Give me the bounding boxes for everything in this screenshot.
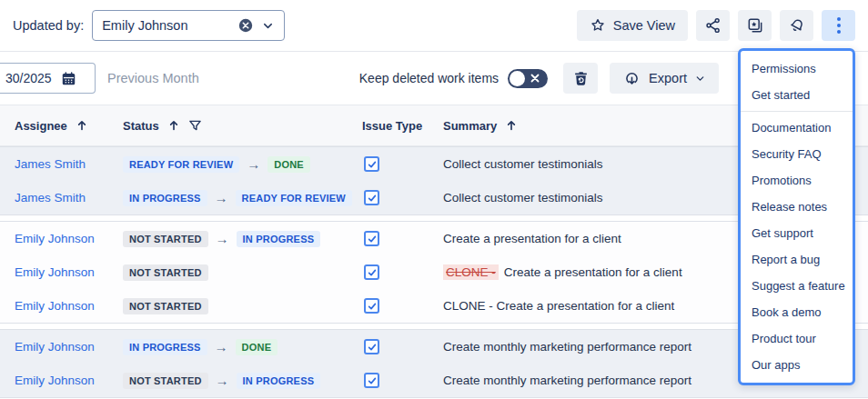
- notifications-button[interactable]: [780, 10, 813, 41]
- status-cell: IN PROGRESS→READY FOR REVIEW: [123, 190, 362, 206]
- summary-text: Collect customer testimonials: [443, 191, 603, 204]
- status-badge: DONE: [236, 339, 278, 355]
- keep-deleted-label: Keep deleted work items: [359, 71, 499, 85]
- menu-item-get-support[interactable]: Get support: [741, 220, 853, 246]
- bell-icon: [788, 16, 806, 35]
- share-icon: [704, 16, 722, 35]
- status-cell: READY FOR REVIEW→DONE: [123, 156, 362, 173]
- menu-item-security-faq[interactable]: Security FAQ: [741, 141, 853, 167]
- previous-month-label: Previous Month: [107, 71, 199, 85]
- assignee-link[interactable]: Emily Johnson: [15, 299, 95, 313]
- gallery-star-icon: [746, 16, 764, 35]
- toggle-x-icon: [530, 74, 540, 83]
- trash-button[interactable]: [563, 63, 598, 94]
- column-header-assignee[interactable]: Assignee: [15, 119, 123, 133]
- menu-item-suggest-a-feature[interactable]: Suggest a feature: [741, 273, 853, 299]
- filter-funnel-icon[interactable]: [188, 119, 202, 133]
- sort-asc-icon[interactable]: [76, 119, 88, 132]
- saved-views-button[interactable]: [738, 10, 772, 41]
- status-badge: NOT STARTED: [123, 231, 208, 247]
- clear-filter-icon[interactable]: [237, 17, 254, 34]
- issue-type-header-label: Issue Type: [362, 119, 422, 133]
- export-label: Export: [649, 71, 687, 85]
- status-cell: NOT STARTED→IN PROGRESS: [123, 373, 362, 389]
- menu-item-promotions[interactable]: Promotions: [741, 167, 853, 194]
- task-checkbox-icon[interactable]: [364, 264, 379, 280]
- column-header-issue-type[interactable]: Issue Type: [362, 119, 443, 133]
- status-badge: NOT STARTED: [123, 298, 208, 314]
- deleted-text: CLONE -: [443, 264, 499, 280]
- column-header-status[interactable]: Status: [123, 119, 362, 133]
- assignee-link[interactable]: Emily Johnson: [15, 265, 95, 279]
- assignee-link[interactable]: Emily Johnson: [15, 340, 95, 354]
- save-view-button[interactable]: Save View: [577, 10, 688, 41]
- share-button[interactable]: [696, 10, 730, 41]
- calendar-icon[interactable]: [60, 70, 77, 87]
- status-transition-arrow-icon: →: [215, 190, 228, 205]
- menu-item-permissions[interactable]: Permissions: [741, 55, 853, 82]
- status-transition-arrow-icon: →: [247, 156, 260, 172]
- status-cell: NOT STARTED→IN PROGRESS: [123, 231, 362, 247]
- export-chevron-down-icon: [694, 73, 706, 85]
- trash-restore-icon: [572, 70, 590, 87]
- date-value: 30/2025: [5, 71, 52, 85]
- updated-by-value: Emily Johnson: [102, 18, 230, 33]
- date-input[interactable]: 30/2025: [0, 63, 96, 94]
- menu-item-get-started[interactable]: Get started: [741, 82, 853, 108]
- assignee-link[interactable]: Emily Johnson: [15, 232, 95, 245]
- sort-asc-icon[interactable]: [505, 119, 518, 132]
- more-options-button[interactable]: [822, 10, 855, 41]
- summary-text: Create monthly marketing performance rep…: [443, 374, 691, 387]
- status-transition-arrow-icon: →: [216, 373, 229, 388]
- summary-text: Create a presentation for a client: [443, 232, 621, 245]
- status-badge: READY FOR REVIEW: [236, 190, 352, 206]
- more-options-menu: PermissionsGet startedDocumentationSecur…: [738, 48, 855, 385]
- assignee-link[interactable]: James Smith: [15, 191, 86, 204]
- assignee-link[interactable]: Emily Johnson: [15, 374, 95, 387]
- summary-text: CLONE - Create a presentation for a clie…: [443, 299, 674, 313]
- task-checkbox-icon[interactable]: [364, 373, 379, 388]
- task-checkbox-icon[interactable]: [364, 298, 379, 314]
- export-button[interactable]: Export: [610, 63, 719, 94]
- status-badge: IN PROGRESS: [123, 190, 207, 206]
- summary-text: Collect customer testimonials: [443, 157, 603, 171]
- menu-item-documentation[interactable]: Documentation: [741, 115, 853, 141]
- top-toolbar: Updated by: Emily Johnson Save View: [0, 0, 868, 52]
- sort-asc-icon[interactable]: [167, 119, 180, 132]
- menu-divider: [741, 111, 853, 112]
- summary-text: Create monthly marketing performance rep…: [443, 340, 691, 354]
- menu-item-our-apps[interactable]: Our apps: [741, 352, 853, 378]
- status-cell: NOT STARTED: [123, 264, 362, 281]
- status-transition-arrow-icon: →: [216, 231, 229, 246]
- assignee-link[interactable]: James Smith: [15, 157, 86, 171]
- task-checkbox-icon[interactable]: [364, 231, 379, 246]
- download-cloud-icon: [622, 69, 641, 88]
- task-checkbox-icon[interactable]: [364, 156, 379, 172]
- star-icon: [590, 17, 606, 34]
- status-badge: NOT STARTED: [123, 373, 208, 389]
- status-badge: IN PROGRESS: [237, 231, 321, 247]
- summary-text: Create a presentation for a client: [504, 265, 682, 279]
- keep-deleted-toggle[interactable]: [508, 69, 548, 88]
- menu-item-release-notes[interactable]: Release notes: [741, 194, 853, 220]
- menu-item-book-a-demo[interactable]: Book a demo: [741, 299, 853, 325]
- updated-by-label: Updated by:: [13, 18, 84, 33]
- menu-item-report-a-bug[interactable]: Report a bug: [741, 246, 853, 273]
- assignee-header-label: Assignee: [15, 119, 67, 133]
- save-view-label: Save View: [613, 18, 675, 33]
- status-badge: READY FOR REVIEW: [123, 156, 239, 173]
- status-transition-arrow-icon: →: [215, 339, 228, 354]
- kebab-menu-icon: [837, 17, 841, 34]
- updated-by-select[interactable]: Emily Johnson: [92, 10, 285, 41]
- chevron-down-icon[interactable]: [261, 19, 275, 33]
- status-badge: IN PROGRESS: [123, 339, 207, 355]
- summary-header-label: Summary: [443, 119, 497, 133]
- task-checkbox-icon[interactable]: [364, 339, 379, 354]
- status-cell: IN PROGRESS→DONE: [123, 339, 362, 355]
- task-checkbox-icon[interactable]: [364, 190, 379, 205]
- status-badge: IN PROGRESS: [237, 373, 321, 389]
- menu-item-product-tour[interactable]: Product tour: [741, 325, 853, 352]
- status-header-label: Status: [123, 119, 159, 133]
- status-cell: NOT STARTED: [123, 298, 362, 314]
- status-badge: DONE: [267, 156, 310, 173]
